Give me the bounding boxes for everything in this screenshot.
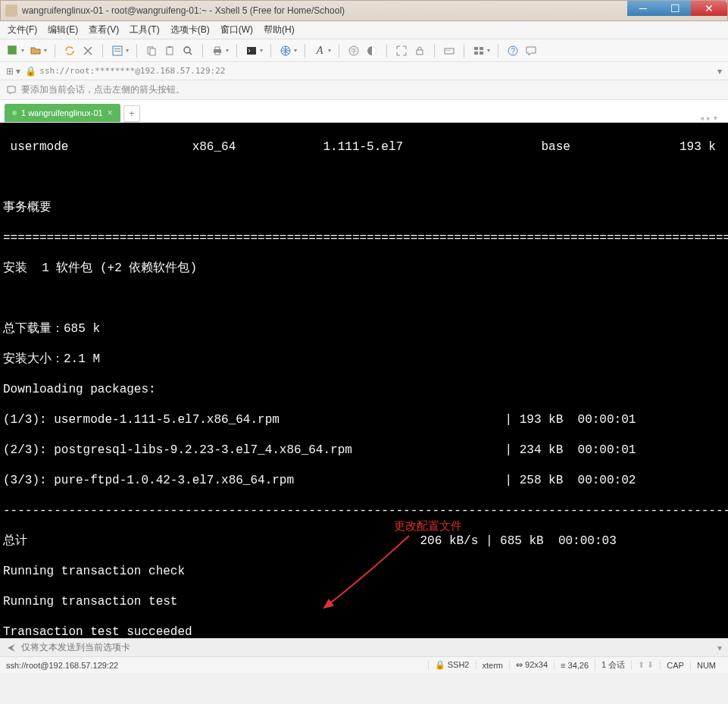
svg-rect-2 [114, 51, 120, 52]
terminal-line: (3/3): pure-ftpd-1.0.42-3.el7.x86_64.rpm… [3, 474, 636, 487]
input-dropdown[interactable]: ▾ [717, 643, 722, 653]
tab-label: 1 wangruifenglinux-01 [21, 108, 103, 117]
tab-next[interactable]: ▸ [707, 114, 711, 122]
menu-tools[interactable]: 工具(T) [130, 23, 159, 36]
input-placeholder[interactable]: 仅将文本发送到当前选项卡 [21, 641, 130, 654]
terminal-line: Downloading packages: [3, 383, 156, 396]
addressbar-dropdown[interactable]: ⊞ ▾ [6, 66, 20, 77]
svg-rect-19 [448, 50, 448, 51]
svg-rect-23 [474, 52, 478, 55]
svg-rect-5 [167, 47, 173, 55]
ssh-icon: 🔒 [435, 660, 448, 669]
tab-list[interactable]: ▾ [714, 114, 717, 122]
chat-icon[interactable] [524, 44, 538, 58]
svg-rect-6 [168, 46, 171, 48]
terminal-line: 总计 206 kB/s | 685 kB 00:00:03 [3, 534, 617, 548]
terminal-line: (2/3): postgresql-libs-9.2.23-3.el7_4.x8… [3, 443, 636, 457]
svg-rect-16 [417, 50, 423, 55]
addressbar-history[interactable]: ▾ [717, 66, 722, 77]
color-icon[interactable] [365, 44, 379, 58]
address-url[interactable]: ssh://root:********@192.168.57.129:22 [39, 66, 717, 76]
terminal-line: (1/3): usermode-1.111-5.el7.x86_64.rpm |… [3, 413, 636, 427]
status-cap: CAP [660, 661, 690, 670]
terminal-icon[interactable] [245, 44, 258, 58]
menu-file[interactable]: 文件(F) [8, 23, 37, 36]
terminal-line: Running transaction test [3, 595, 177, 609]
hint-bar: 要添加当前会话，点击左侧的箭头按钮。 [0, 80, 728, 100]
terminal-line: usermode x86_64 1.111-5.el7 base 193 k [3, 140, 716, 154]
status-ssh: 🔒 SSH2 [428, 660, 476, 670]
terminal-line: 安装大小：2.1 M [3, 352, 100, 366]
reconnect-icon[interactable] [63, 44, 77, 58]
addressbar: ⊞ ▾ 🔒 ssh://root:********@192.168.57.129… [0, 62, 728, 80]
help-icon[interactable]: ? [506, 44, 520, 58]
print-icon[interactable] [211, 44, 224, 58]
copy-icon[interactable] [145, 44, 158, 58]
svg-rect-17 [445, 48, 454, 54]
menu-window[interactable]: 窗口(W) [220, 23, 253, 36]
svg-rect-4 [150, 48, 155, 55]
close-button[interactable]: ✕ [691, 1, 727, 16]
new-session-icon[interactable] [6, 44, 20, 58]
terminal-line: Running transaction check [3, 565, 185, 578]
menu-edit[interactable]: 编辑(E) [48, 23, 78, 36]
layout-icon[interactable] [472, 44, 486, 58]
fullscreen-icon[interactable] [395, 44, 408, 58]
hint-icon [6, 85, 17, 95]
svg-rect-20 [449, 50, 450, 51]
menu-tabs[interactable]: 选项卡(B) [170, 23, 210, 36]
session-tab[interactable]: 1 wangruifenglinux-01 × [5, 104, 120, 122]
keyboard-icon[interactable] [442, 44, 456, 58]
paste-icon[interactable] [163, 44, 177, 58]
globe-icon[interactable] [279, 44, 292, 58]
properties-icon[interactable] [111, 44, 124, 58]
lock-icon[interactable] [413, 44, 426, 58]
open-icon[interactable] [29, 44, 42, 58]
status-num: NUM [690, 661, 722, 670]
menu-view[interactable]: 查看(V) [89, 23, 119, 36]
disconnect-icon[interactable] [81, 44, 95, 58]
window-controls: ─ ☐ ✕ [627, 1, 727, 16]
lock-status-icon: 🔒 [25, 66, 36, 77]
terminal-line: 事务概要 [3, 201, 52, 214]
status-term: xterm [476, 661, 510, 670]
toolbar: ▾ ▾ ▾ ▾ ▾ ▾ A▾ 字 ▾ ? [0, 39, 728, 62]
svg-rect-18 [446, 50, 447, 51]
input-bar: 仅将文本发送到当前选项卡 ▾ [0, 638, 728, 656]
svg-point-7 [184, 47, 190, 53]
status-pos: ≡ 34,26 [554, 661, 595, 670]
app-icon [5, 5, 17, 17]
terminal-line: 总下载量：685 k [3, 322, 100, 336]
connection-status-icon [12, 111, 17, 115]
annotation-arrow [318, 532, 424, 615]
svg-text:?: ? [511, 47, 516, 55]
new-tab-button[interactable]: + [123, 105, 140, 122]
font-icon[interactable]: A [313, 44, 327, 58]
tab-close-icon[interactable]: × [108, 108, 113, 118]
tabbar: 1 wangruifenglinux-01 × + ◂ ▸ ▾ [0, 100, 728, 123]
titlebar: wangruifenglinux-01 - root@wangruifeng-0… [0, 0, 728, 21]
terminal-line: ----------------------------------------… [3, 504, 728, 518]
svg-rect-22 [480, 47, 483, 50]
menubar: 文件(F) 编辑(E) 查看(V) 工具(T) 选项卡(B) 窗口(W) 帮助(… [0, 21, 728, 39]
maximize-button[interactable]: ☐ [659, 1, 691, 16]
svg-rect-10 [215, 52, 220, 55]
svg-rect-21 [474, 47, 478, 50]
hint-text: 要添加当前会话，点击左侧的箭头按钮。 [21, 83, 185, 96]
tab-prev[interactable]: ◂ [700, 114, 704, 122]
window-title: wangruifenglinux-01 - root@wangruifeng-0… [22, 5, 723, 16]
svg-rect-11 [247, 47, 256, 55]
minimize-button[interactable]: ─ [627, 1, 659, 16]
encoding-icon[interactable]: 字 [347, 44, 361, 58]
terminal[interactable]: usermode x86_64 1.111-5.el7 base 193 k 事… [0, 123, 728, 638]
status-sessions: 1 会话 [595, 659, 631, 671]
send-icon[interactable] [6, 643, 17, 653]
statusbar: ssh://root@192.168.57.129:22 🔒 SSH2 xter… [0, 656, 728, 673]
terminal-line: Transaction test succeeded [3, 625, 192, 638]
menu-help[interactable]: 帮助(H) [264, 23, 295, 36]
svg-text:字: 字 [351, 48, 357, 55]
find-icon[interactable] [181, 44, 195, 58]
svg-rect-24 [480, 52, 483, 55]
terminal-line: ========================================… [3, 231, 728, 245]
status-connection: ssh://root@192.168.57.129:22 [6, 661, 428, 670]
